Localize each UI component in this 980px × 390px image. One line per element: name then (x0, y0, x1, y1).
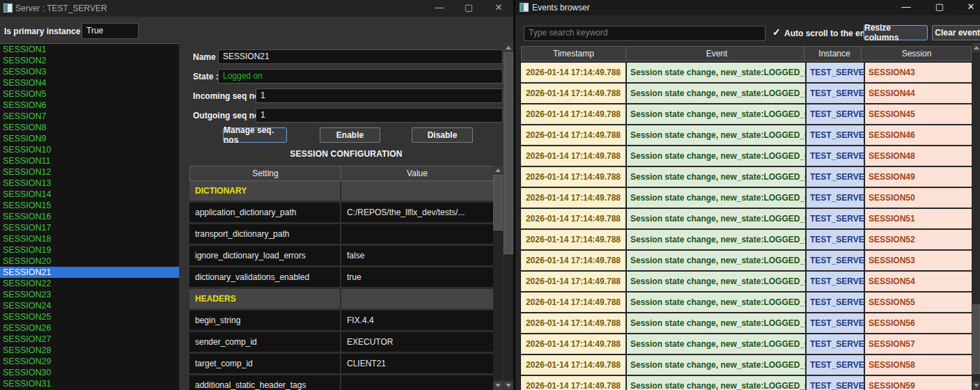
primary-instance-field[interactable]: True (81, 23, 139, 39)
instance-cell[interactable]: TEST_SERVER (807, 188, 864, 208)
event-cell[interactable]: Session state change, new_state:LOGGED_O… (627, 84, 805, 103)
session-list-item[interactable]: SESSION18 (0, 233, 179, 244)
event-cell[interactable]: Session state change, new_state:LOGGED_O… (627, 209, 805, 228)
event-cell[interactable]: Session state change, new_state:LOGGED_O… (627, 272, 805, 291)
config-setting-cell[interactable]: HEADERS (189, 289, 341, 309)
name-field[interactable]: SESSION21 (218, 49, 503, 64)
events-table-row[interactable]: 2026-01-14 17:14:49.788 Session state ch… (521, 167, 972, 187)
clear-events-button[interactable]: Clear events (932, 25, 980, 40)
config-header-setting[interactable]: Setting (190, 166, 341, 180)
instance-cell[interactable]: TEST_SERVER (807, 230, 864, 249)
session-list-item[interactable]: SESSION21 (0, 267, 179, 278)
session-list-item[interactable]: SESSION2 (0, 55, 179, 66)
events-table-row[interactable]: 2026-01-14 17:14:49.788 Session state ch… (521, 313, 972, 333)
session-list-item[interactable]: SESSION24 (0, 300, 179, 311)
session-list-item[interactable]: SESSION30 (0, 367, 179, 378)
session-cell[interactable]: SESSION48 (865, 146, 972, 166)
instance-cell[interactable]: TEST_SERVER (807, 146, 864, 166)
events-table-row[interactable]: 2026-01-14 17:14:49.788 Session state ch… (521, 230, 972, 249)
events-table-scrollbar[interactable] (972, 43, 980, 390)
session-cell[interactable]: SESSION58 (865, 355, 972, 375)
disable-button[interactable]: Disable (412, 127, 473, 143)
session-cell[interactable]: SESSION53 (865, 251, 972, 270)
session-list-item[interactable]: SESSION25 (0, 311, 179, 322)
manage-seq-nos-button[interactable]: Manage seq. nos (223, 127, 287, 143)
session-list-item[interactable]: SESSION12 (0, 166, 179, 178)
close-icon[interactable]: ✕ (492, 2, 505, 13)
timestamp-cell[interactable]: 2026-01-14 17:14:49.788 (521, 272, 625, 291)
session-cell[interactable]: SESSION49 (865, 167, 972, 187)
session-list-item[interactable]: SESSION31 (0, 378, 179, 389)
config-setting-cell[interactable]: application_dictionary_path (189, 203, 341, 222)
event-cell[interactable]: Session state change, new_state:LOGGED_O… (627, 334, 805, 354)
events-titlebar[interactable]: Events browser — ▢ ✕ (515, 0, 980, 15)
timestamp-cell[interactable]: 2026-01-14 17:14:49.788 (521, 125, 625, 145)
session-list-item[interactable]: SESSION14 (0, 189, 179, 200)
timestamp-cell[interactable]: 2026-01-14 17:14:49.788 (521, 104, 625, 124)
timestamp-cell[interactable]: 2026-01-14 17:14:49.788 (521, 230, 625, 249)
config-value-cell[interactable]: EXECUTOR (341, 332, 493, 352)
instance-cell[interactable]: TEST_SERVER (807, 63, 864, 82)
header-timestamp[interactable]: Timestamp (522, 47, 626, 61)
events-table-row[interactable]: 2026-01-14 17:14:49.788 Session state ch… (521, 84, 972, 103)
config-value-cell[interactable] (341, 181, 493, 201)
config-header-value[interactable]: Value (341, 166, 493, 180)
instance-cell[interactable]: TEST_SERVER (807, 272, 864, 291)
config-table-row[interactable]: begin_string FIX.4.4 (189, 311, 503, 330)
scrollbar-thumb[interactable] (972, 304, 980, 374)
session-list-item[interactable]: SESSION5 (0, 88, 179, 100)
config-value-cell[interactable] (341, 224, 493, 244)
session-list-item[interactable]: SESSION15 (0, 200, 179, 211)
timestamp-cell[interactable]: 2026-01-14 17:14:49.788 (521, 146, 625, 166)
session-cell[interactable]: SESSION55 (865, 292, 972, 312)
timestamp-cell[interactable]: 2026-01-14 17:14:49.788 (521, 334, 625, 354)
instance-cell[interactable]: TEST_SERVER (807, 334, 864, 354)
session-cell[interactable]: SESSION46 (865, 125, 972, 145)
config-value-cell[interactable] (341, 375, 493, 390)
session-list-item[interactable]: SESSION7 (0, 111, 179, 122)
session-cell[interactable]: SESSION44 (865, 84, 972, 103)
config-table-header[interactable]: Setting Value (189, 166, 503, 181)
timestamp-cell[interactable]: 2026-01-14 17:14:49.788 (521, 188, 625, 208)
timestamp-cell[interactable]: 2026-01-14 17:14:49.788 (521, 251, 625, 270)
instance-cell[interactable]: TEST_SERVER (807, 292, 864, 312)
session-list-item[interactable]: SESSION22 (0, 278, 179, 289)
resize-columns-button[interactable]: Resize columns (864, 25, 928, 40)
events-table-row[interactable]: 2026-01-14 17:14:49.788 Session state ch… (521, 272, 972, 291)
event-cell[interactable]: Session state change, new_state:LOGGED_O… (627, 104, 805, 124)
session-list-item[interactable]: SESSION20 (0, 256, 179, 267)
event-cell[interactable]: Session state change, new_state:LOGGED_O… (627, 355, 805, 375)
session-list-item[interactable]: SESSION17 (0, 222, 179, 233)
session-list-item[interactable]: SESSION6 (0, 100, 179, 111)
timestamp-cell[interactable]: 2026-01-14 17:14:49.788 (521, 84, 625, 103)
scroll-down-icon[interactable] (493, 381, 503, 390)
scrollbar-thumb[interactable] (493, 175, 503, 231)
server-titlebar[interactable]: Server : TEST_SERVER — ▢ ✕ (0, 0, 513, 17)
session-list-item[interactable]: SESSION1 (0, 44, 179, 55)
config-table-row[interactable]: HEADERS (189, 289, 503, 309)
instance-cell[interactable]: TEST_SERVER (807, 125, 864, 145)
config-table-row[interactable]: sender_comp_id EXECUTOR (189, 332, 503, 352)
session-list-item[interactable]: SESSION19 (0, 244, 179, 256)
events-table-row[interactable]: 2026-01-14 17:14:49.788 Session state ch… (521, 63, 972, 82)
instance-cell[interactable]: TEST_SERVER (807, 209, 864, 228)
event-cell[interactable]: Session state change, new_state:LOGGED_O… (627, 167, 805, 187)
timestamp-cell[interactable]: 2026-01-14 17:14:49.788 (521, 292, 625, 312)
event-cell[interactable]: Session state change, new_state:LOGGED_O… (627, 63, 805, 82)
header-event[interactable]: Event (626, 47, 804, 61)
session-list-item[interactable]: SESSION4 (0, 77, 179, 88)
session-list-item[interactable]: SESSION11 (0, 155, 179, 166)
close-icon[interactable]: ✕ (965, 1, 977, 12)
events-table-row[interactable]: 2026-01-14 17:14:49.788 Session state ch… (521, 209, 972, 228)
config-setting-cell[interactable]: transport_dictionary_path (189, 224, 341, 244)
instance-cell[interactable]: TEST_SERVER (807, 84, 864, 103)
instance-cell[interactable]: TEST_SERVER (807, 355, 864, 375)
event-cell[interactable]: Session state change, new_state:LOGGED_O… (627, 146, 805, 166)
config-value-cell[interactable]: CLIENT21 (341, 354, 493, 373)
config-table-row[interactable]: application_dictionary_path C:/REPOS/the… (189, 203, 503, 222)
scroll-down-icon[interactable] (972, 381, 980, 390)
config-value-cell[interactable]: false (341, 246, 493, 265)
instance-cell[interactable]: TEST_SERVER (807, 167, 864, 187)
config-setting-cell[interactable]: begin_string (189, 311, 341, 330)
minimize-icon[interactable]: — (433, 2, 446, 13)
